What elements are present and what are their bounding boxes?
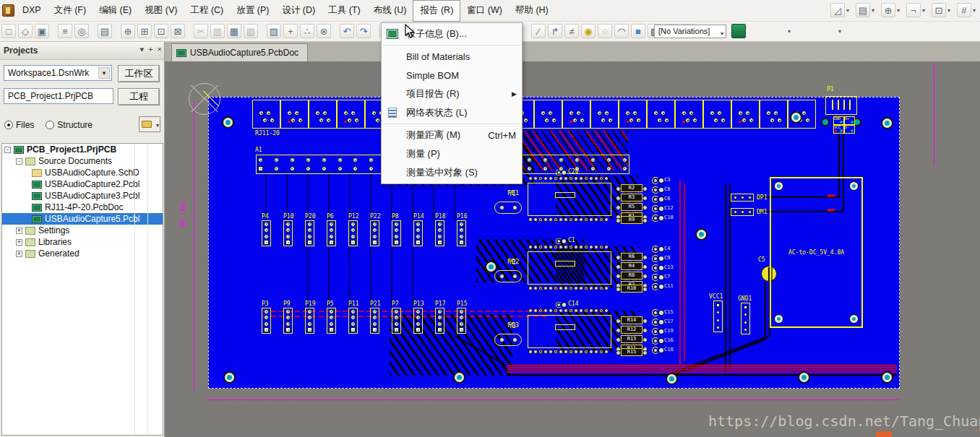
capacitor[interactable]: C4 <box>652 243 674 253</box>
reposition-button[interactable]: ∴ <box>300 24 314 38</box>
menu-item-netlist-status[interactable]: 网络表状态 (L) <box>382 103 522 122</box>
select-area-button[interactable]: ▨ <box>267 24 281 38</box>
dropdown-caret[interactable]: ▾ <box>947 7 950 14</box>
capacitor[interactable]: C15 <box>652 307 674 316</box>
tree-row[interactable]: + Settings <box>2 225 163 236</box>
undo-button[interactable]: ↶ <box>340 24 354 38</box>
pin-header[interactable]: P6 <box>327 213 348 246</box>
resistor[interactable]: R10 <box>621 285 642 293</box>
menu-item[interactable]: 设计 (D) <box>275 0 322 22</box>
menu-item-measure[interactable]: 测量 (P) <box>382 144 522 163</box>
resistor[interactable]: R4 <box>621 262 642 270</box>
paste-recall-button[interactable]: ▧ <box>244 24 258 38</box>
chevron-down-icon[interactable]: ▾ <box>156 122 159 129</box>
pin-header[interactable]: P17 <box>435 300 457 334</box>
menu-item[interactable]: 窗口 (W) <box>460 0 509 22</box>
expand-toggle-icon[interactable]: - <box>16 158 22 165</box>
capacitor[interactable]: C18 <box>652 345 674 354</box>
dm1-header[interactable] <box>731 208 754 216</box>
tree-row[interactable]: + Generated <box>2 248 163 259</box>
pcb-editor-canvas[interactable]: 00 (mm) <box>165 61 980 437</box>
chevron-down-icon[interactable]: ▼ <box>98 67 110 79</box>
redo-button[interactable]: ↷ <box>356 24 371 38</box>
zoom-point-button[interactable]: ⊡ <box>154 24 168 38</box>
find-similar-button[interactable]: ⊕▾ <box>881 3 900 17</box>
document-options-button[interactable]: ▤▾ <box>856 3 874 17</box>
menu-item-measure-distance[interactable]: 测量距离 (M) Ctrl+M <box>382 126 522 144</box>
expand-toggle-icon[interactable]: - <box>4 147 11 153</box>
clear-filter-button[interactable]: ⊗ <box>317 24 331 38</box>
pin-header[interactable]: P10 <box>283 213 305 246</box>
ic-outline[interactable] <box>528 251 611 285</box>
menu-item[interactable]: 帮助 (H) <box>509 0 555 22</box>
pcb-board[interactable]: RJ11-20 A1 P4 P10 P20 P6 P12 <box>208 97 900 389</box>
menu-item[interactable]: 布线 (U) <box>367 0 413 22</box>
menu-item-board-information[interactable]: 板子信息 (B)... <box>382 25 522 43</box>
ic-outline[interactable] <box>528 315 611 348</box>
menu-item-project-reports[interactable]: 项目报告 (R) ▶ <box>382 85 522 103</box>
panel-pin-icon[interactable]: + <box>148 45 152 54</box>
ic-outline[interactable] <box>528 183 611 216</box>
pin-header[interactable]: P4 <box>262 213 283 246</box>
fit-document-button[interactable]: ⊕ <box>121 24 135 38</box>
capacitor[interactable]: C17 <box>652 316 674 326</box>
vcc1-header[interactable] <box>713 300 723 332</box>
expand-toggle-icon[interactable]: + <box>16 228 22 234</box>
dropdown-caret[interactable]: ▾ <box>897 7 900 14</box>
capacitor[interactable]: C8 <box>652 184 674 194</box>
capacitor[interactable]: C19 <box>652 326 674 335</box>
pin-header[interactable]: P11 <box>348 300 370 334</box>
pin-header[interactable]: P12 <box>348 213 370 246</box>
crystal[interactable] <box>494 202 522 214</box>
copy-button[interactable]: ▥ <box>210 24 225 38</box>
pin-header[interactable]: P13 <box>413 300 435 334</box>
menu-item[interactable]: 报告 (R) <box>413 0 460 22</box>
resistor[interactable]: R12 <box>621 326 642 334</box>
tree-row[interactable]: USBAudioCapture3.Pcbl <box>2 190 163 202</box>
tree-row[interactable]: + Libraries <box>2 236 163 248</box>
resistor[interactable]: R8 <box>621 272 642 280</box>
structure-radio[interactable]: Structure <box>46 118 93 132</box>
grid-settings-button[interactable]: #▾ <box>957 3 976 17</box>
resistor[interactable]: R9 <box>621 216 642 224</box>
gnd1-header[interactable] <box>741 303 750 334</box>
pin-header[interactable]: P8 <box>392 213 413 246</box>
resistor[interactable]: R15 <box>621 348 642 356</box>
fe1-cluster[interactable]: C20 FE1 Y1 R2R3R5R1 R9 C3C8C6C12C10 <box>494 176 711 227</box>
resistor[interactable]: R13 <box>621 335 642 343</box>
pin-header[interactable]: P5 <box>327 300 348 334</box>
tree-row[interactable]: USBAudioCapture5.Pcbl <box>2 213 163 225</box>
menu-item[interactable]: 编辑 (E) <box>93 0 138 22</box>
pin-header[interactable]: P14 <box>413 213 435 246</box>
pin-header[interactable]: P9 <box>283 300 305 334</box>
menu-item[interactable]: DXP <box>16 0 48 22</box>
capacitor[interactable]: C10 <box>652 212 674 222</box>
filtered-objects-button[interactable]: ⊠ <box>171 24 185 38</box>
open-project-button[interactable]: ▾ <box>139 116 160 132</box>
dropdown-caret[interactable]: ▾ <box>838 28 841 35</box>
crystal[interactable] <box>494 270 522 282</box>
variations-icon[interactable] <box>731 24 746 38</box>
board-view-button[interactable]: ⊡▾ <box>932 3 950 17</box>
dropdown-caret[interactable]: ▾ <box>872 7 874 14</box>
menu-item[interactable]: 放置 (P) <box>230 0 275 22</box>
expand-toggle-icon[interactable]: + <box>16 239 22 246</box>
place-via-button[interactable]: ○ <box>598 24 612 38</box>
project-button[interactable]: 工程 <box>118 88 160 105</box>
pin-header[interactable]: P15 <box>457 300 478 334</box>
dropdown-caret[interactable]: ▾ <box>846 7 849 14</box>
tree-row[interactable]: - PCB_Project1.PrjPCB <box>2 144 163 155</box>
print-button[interactable]: ≡ <box>58 24 72 38</box>
resistor[interactable]: R6 <box>621 253 642 261</box>
tree-row[interactable]: - Source Documents <box>2 155 163 167</box>
capacitor[interactable]: C12 <box>652 203 674 212</box>
fe2-cluster[interactable]: C1 FE2 Y2 R6R4R8R2 R10 C4C9C13C7C11 <box>494 245 711 295</box>
pin-header[interactable]: P20 <box>305 213 327 246</box>
resistor[interactable]: R14 <box>621 316 642 324</box>
save-document-button[interactable]: ▣ <box>35 24 49 38</box>
rj11-connector-strip[interactable] <box>252 100 816 129</box>
panel-close-icon[interactable]: × <box>158 45 162 54</box>
workspace-panels-button[interactable]: ▤ <box>98 24 112 38</box>
resistor[interactable]: R2 <box>621 184 642 192</box>
ac-dc-module[interactable]: AC-to-DC_5V_4.0A <box>770 177 863 328</box>
